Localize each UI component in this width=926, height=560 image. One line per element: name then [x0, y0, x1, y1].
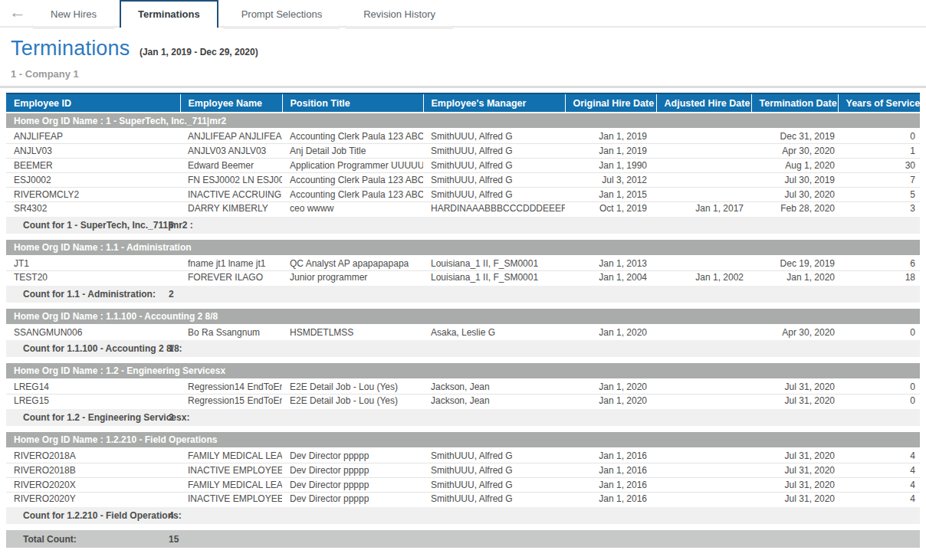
cell-employee-name: INACTIVE ACCRUING LV: [180, 187, 282, 201]
cell-original-hire-date: Jan 1, 2019: [565, 143, 656, 158]
cell-employee-name: ANJLV03 ANJLV03: [180, 143, 282, 158]
cell-employee-name: FOREVER ILAGO: [180, 270, 282, 285]
group-count-row: Count for 1 - SuperTech, Inc._711|mr2 :6: [6, 216, 920, 234]
section-spacer: [6, 357, 920, 363]
cell-position-title: E2E Detail Job - Lou (Yes): [282, 379, 423, 394]
cell-termination-date: Jul 31, 2020: [751, 394, 838, 408]
tab-new-hires[interactable]: New Hires: [32, 0, 115, 26]
cell-manager: SmithUUU, Alfred G: [423, 448, 565, 463]
report-date-range: (Jan 1, 2019 - Dec 29, 2020): [140, 47, 258, 57]
cell-adjusted-hire-date: [656, 463, 751, 477]
cell-position-title: Accounting Clerk Paula 123 ABC: [282, 129, 423, 143]
cell-employee-name: FAMILY MEDICAL LEAVE: [180, 448, 282, 463]
group-count-value: 4: [169, 510, 174, 521]
cell-position-title: Accounting Clerk Paula 123 ABC: [282, 172, 423, 187]
cell-manager: SmithUUU, Alfred G: [423, 492, 565, 506]
cell-original-hire-date: Oct 1, 2019: [565, 201, 656, 216]
title-block: Terminations (Jan 1, 2019 - Dec 29, 2020…: [0, 28, 926, 80]
title-divider: [0, 86, 926, 88]
tab-prompt-selections[interactable]: Prompt Selections: [223, 0, 341, 26]
cell-adjusted-hire-date: [656, 492, 751, 506]
group-count-label: Count for 1 - SuperTech, Inc._711|mr2 :: [23, 220, 193, 231]
table-row: JT1fname jt1 lname jt1QC Analyst AP apap…: [6, 256, 920, 270]
group-count-value: 2: [169, 289, 174, 300]
cell-employee-name: Regression14 EndToEnd14: [180, 379, 282, 394]
cell-original-hire-date: Jan 1, 2016: [565, 477, 656, 492]
cell-employee-id: RIVERO2020X: [6, 477, 180, 492]
cell-years-of-service: 0: [838, 394, 920, 408]
cell-employee-name: INACTIVE EMPLOYEE: [180, 492, 282, 506]
cell-position-title: HSMDETLMSS: [282, 325, 423, 339]
group-count-cell: Count for 1.1 - Administration:2: [6, 285, 920, 303]
col-header-employee-id[interactable]: Employee ID: [6, 93, 180, 113]
cell-position-title: ceo wwww: [282, 201, 423, 216]
table-row: RIVEROMCLY2INACTIVE ACCRUING LVAccountin…: [6, 187, 920, 201]
group-count-row: Count for 1.2 - Engineering Servicesx:2: [6, 408, 920, 426]
group-count-row: Count for 1.2.210 - Field Operations:4: [6, 506, 920, 524]
section-spacer: [6, 303, 920, 309]
group-count-cell: Count for 1 - SuperTech, Inc._711|mr2 :6: [6, 216, 920, 234]
tab-terminations[interactable]: Terminations: [120, 0, 218, 28]
cell-manager: SmithUUU, Alfred G: [423, 158, 565, 172]
cell-employee-id: RIVERO2018B: [6, 463, 180, 477]
cell-termination-date: Jul 31, 2020: [751, 379, 838, 394]
cell-employee-id: JT1: [6, 256, 180, 270]
group-count-row: Count for 1.1 - Administration:2: [6, 285, 920, 303]
table-row: RIVERO2020XFAMILY MEDICAL LEAVEDev Direc…: [6, 477, 920, 492]
cell-manager: SmithUUU, Alfred G: [423, 477, 565, 492]
cell-position-title: Accounting Clerk Paula 123 ABC: [282, 187, 423, 201]
col-header-employee-name[interactable]: Employee Name: [180, 93, 282, 113]
terminations-table: Employee ID Employee Name Position Title…: [6, 93, 920, 548]
col-header-termination-date[interactable]: Termination Date: [751, 93, 838, 113]
cell-original-hire-date: Jan 1, 2016: [565, 448, 656, 463]
cell-termination-date: Feb 28, 2020: [751, 201, 838, 216]
col-header-original-hire-date[interactable]: Original Hire Date: [565, 93, 656, 113]
cell-position-title: Dev Director ppppp: [282, 463, 423, 477]
col-header-years-of-service[interactable]: Years of Service: [838, 93, 920, 113]
cell-employee-name: Regression15 EndToEnd15: [180, 394, 282, 408]
cell-years-of-service: 4: [838, 448, 920, 463]
cell-employee-name: DARRY KIMBERLY: [180, 201, 282, 216]
cell-years-of-service: 3: [838, 201, 920, 216]
cell-years-of-service: 30: [838, 158, 920, 172]
tab-revision-history[interactable]: Revision History: [345, 0, 454, 26]
col-header-position-title[interactable]: Position Title: [282, 93, 423, 113]
cell-position-title: Application Programmer UUUUUUU: [282, 158, 423, 172]
col-header-employees-manager[interactable]: Employee's Manager: [423, 93, 565, 113]
cell-employee-id: RIVERO2020Y: [6, 492, 180, 506]
spacer-cell: [6, 426, 920, 432]
group-header-row: Home Org ID Name : 1.2.210 - Field Opera…: [6, 432, 920, 448]
group-count-row: Count for 1.1.100 - Accounting 2 8/8:1: [6, 339, 920, 357]
company-label: 1 - Company 1: [11, 68, 926, 80]
cell-termination-date: Jul 31, 2020: [751, 463, 838, 477]
cell-termination-date: Apr 30, 2020: [751, 143, 838, 158]
col-header-adjusted-hire-date[interactable]: Adjusted Hire Date: [656, 93, 751, 113]
spacer-cell: [6, 234, 920, 240]
cell-manager: Jackson, Jean: [423, 379, 565, 394]
group-count-label: Count for 1.2 - Engineering Servicesx:: [23, 412, 189, 423]
cell-original-hire-date: Jan 1, 2020: [565, 379, 656, 394]
cell-employee-id: BEEMER: [6, 158, 180, 172]
cell-adjusted-hire-date: [656, 477, 751, 492]
cell-manager: Louisiana_1 II, F_SM0001: [423, 270, 565, 285]
cell-manager: SmithUUU, Alfred G: [423, 129, 565, 143]
cell-employee-id: SSANGMUN006: [6, 325, 180, 339]
cell-years-of-service: 4: [838, 463, 920, 477]
cell-employee-name: ANJLIFEAP ANJLIFEAP: [180, 129, 282, 143]
cell-adjusted-hire-date: [656, 448, 751, 463]
cell-position-title: Dev Director ppppp: [282, 492, 423, 506]
back-arrow-icon[interactable]: ←: [6, 1, 32, 24]
cell-manager: SmithUUU, Alfred G: [423, 172, 565, 187]
cell-position-title: E2E Detail Job - Lou (Yes): [282, 394, 423, 408]
cell-manager: Louisiana_1 II, F_SM0001: [423, 256, 565, 270]
table-row: RIVERO2018BINACTIVE EMPLOYEEDev Director…: [6, 463, 920, 477]
table-row: ANJLIFEAPANJLIFEAP ANJLIFEAPAccounting C…: [6, 129, 920, 143]
cell-employee-name: fname jt1 lname jt1: [180, 256, 282, 270]
cell-employee-name: FN ESJ0002 LN ESJ0002: [180, 172, 282, 187]
group-count-cell: Count for 1.2.210 - Field Operations:4: [6, 506, 920, 524]
group-header-label: Home Org ID Name : 1.2 - Engineering Ser…: [6, 363, 920, 379]
total-count-value: 15: [169, 534, 179, 545]
cell-employee-name: FAMILY MEDICAL LEAVE: [180, 477, 282, 492]
cell-original-hire-date: Jan 1, 2016: [565, 492, 656, 506]
tab-bar: ← New Hires Terminations Prompt Selectio…: [0, 0, 926, 28]
